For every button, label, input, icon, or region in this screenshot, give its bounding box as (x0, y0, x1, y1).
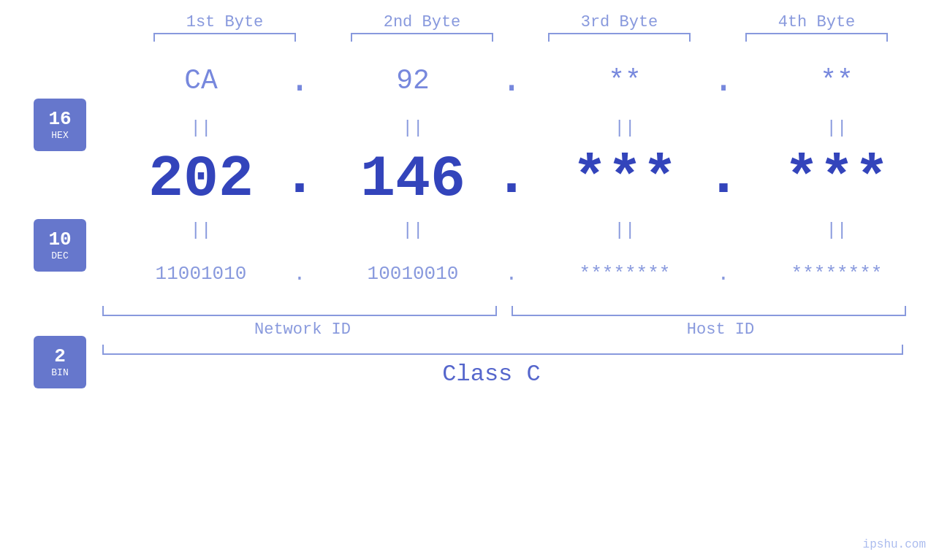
dec-row: 202 . 146 . *** . *** (102, 142, 939, 215)
bottom-brackets (102, 306, 939, 316)
bracket-byte4 (745, 33, 888, 42)
bracket-byte1 (153, 33, 296, 42)
hex-dot1: . (285, 59, 314, 102)
eq-dec-2: || (314, 220, 512, 240)
hex-byte4: ** (738, 65, 935, 96)
eq-dec-4: || (738, 220, 935, 240)
dec-byte3: *** (526, 146, 723, 212)
byte1-header: 1st Byte (126, 13, 324, 31)
id-labels: Network ID Host ID (102, 321, 939, 339)
hex-row: CA . 92 . ** . ** (102, 47, 939, 113)
bin-dot1: . (285, 263, 314, 285)
dec-byte2: 146 (314, 146, 512, 212)
bin-byte1: 11001010 (102, 263, 300, 285)
hex-byte3: ** (526, 65, 723, 96)
network-bracket (102, 306, 497, 316)
top-brackets (24, 33, 916, 42)
dec-dot2: . (497, 143, 526, 215)
hex-dot3: . (709, 59, 738, 102)
eq-hex-1: || (102, 118, 300, 138)
bin-byte4: ******** (738, 263, 935, 285)
eq-dec-3: || (526, 220, 723, 240)
class-label-row: Class C (0, 361, 939, 388)
outer-bracket-row (102, 345, 939, 355)
byte2-header: 2nd Byte (324, 13, 521, 31)
class-bracket (102, 345, 903, 355)
host-id-label: Host ID (523, 321, 918, 339)
bracket-byte3 (548, 33, 691, 42)
network-id-label: Network ID (102, 321, 503, 339)
hex-byte1: CA (102, 65, 300, 96)
main-container: 1st Byte 2nd Byte 3rd Byte 4th Byte 16 H… (0, 0, 939, 560)
eq-hex-2: || (314, 118, 512, 138)
hex-dot2: . (497, 59, 526, 102)
watermark: ipshu.com (863, 538, 926, 551)
byte4-header: 4th Byte (718, 13, 916, 31)
dec-byte4: *** (738, 146, 935, 212)
hex-byte2: 92 (314, 65, 512, 96)
bin-byte3: ******** (526, 263, 723, 285)
bracket-byte2 (351, 33, 493, 42)
bin-dot3: . (709, 263, 738, 285)
eq-dec-1: || (102, 220, 300, 240)
dec-dot1: . (285, 143, 314, 215)
eq-row-hex: || || || || (102, 113, 939, 142)
bin-dot2: . (497, 263, 526, 285)
bin-row: 11001010 . 10010010 . ******** . *******… (102, 245, 939, 303)
eq-row-dec: || || || || (102, 215, 939, 245)
class-label: Class C (340, 361, 598, 388)
eq-hex-4: || (738, 118, 935, 138)
content-rows: CA . 92 . ** . ** || || || || 202 . 146 … (0, 47, 939, 355)
bin-byte2: 10010010 (314, 263, 512, 285)
dec-dot3: . (709, 143, 738, 215)
eq-hex-3: || (526, 118, 723, 138)
bin-badge-label: BIN (51, 367, 68, 378)
host-bracket (512, 306, 906, 316)
byte-headers: 1st Byte 2nd Byte 3rd Byte 4th Byte (0, 13, 939, 31)
dec-byte1: 202 (102, 146, 300, 212)
byte3-header: 3rd Byte (521, 13, 718, 31)
